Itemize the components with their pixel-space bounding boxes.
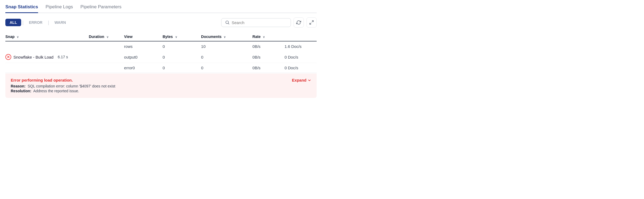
col-header-documents[interactable]: Documents ∨: [201, 32, 253, 41]
snap-name-cell: ✕ Snowflake - Bulk Load 6.17 s: [5, 51, 89, 63]
tab-pipeline-parameters[interactable]: Pipeline Parameters: [80, 4, 121, 13]
svg-line-1: [228, 23, 229, 24]
documents-cell-rows: 10: [201, 41, 253, 51]
bytes-cell-error0: 0: [162, 63, 201, 73]
bytes-cell-rows: 0: [162, 41, 201, 51]
error-reason: Reason: SQL compilation error: column '$…: [11, 84, 311, 88]
expand-button[interactable]: Expand: [292, 78, 311, 82]
error-resolution-text: Address the reported issue.: [33, 89, 79, 93]
rate-cell-rows: 0B/s: [253, 41, 285, 51]
filter-error-button[interactable]: ERROR: [25, 19, 47, 26]
filter-right-controls: [221, 17, 317, 28]
rate-cell-error0: 0B/s: [253, 63, 285, 73]
col-header-snap[interactable]: Snap ∨: [5, 32, 89, 41]
view-cell-rows: rows: [124, 41, 163, 51]
duration-cell-empty: [89, 41, 124, 51]
svg-line-2: [312, 21, 313, 22]
expand-arrows-icon: [309, 20, 314, 25]
duration-cell: [89, 51, 124, 63]
search-icon: [225, 20, 230, 25]
tab-bar: Snap Statistics Pipeline Logs Pipeline P…: [5, 4, 317, 13]
expand-chevron-icon: [308, 78, 311, 82]
filter-divider-1: |: [22, 20, 24, 25]
documents-cell-error0: 0: [201, 63, 253, 73]
rate2-cell-error0: 0 Doc/s: [284, 63, 317, 73]
rate-sort-arrow: ∨: [263, 35, 265, 39]
stats-table: Snap ∨ Duration ∨ View Bytes ∨ Documents…: [5, 32, 317, 73]
snap-sort-arrow: ∨: [17, 35, 19, 39]
search-box: [221, 18, 291, 27]
filter-warn-button[interactable]: WARN: [50, 19, 70, 26]
error-resolution-label: Resolution:: [11, 89, 31, 93]
error-reason-text: SQL compilation error: column '$4097' do…: [28, 84, 115, 88]
table-body: rows 0 10 0B/s 1.6 Doc/s ✕: [5, 41, 317, 73]
col-header-view: View: [124, 32, 163, 41]
table-row: rows 0 10 0B/s 1.6 Doc/s: [5, 41, 317, 51]
error-title: Error performing load operation.: [11, 78, 311, 82]
col-header-rate[interactable]: Rate ∨: [253, 32, 285, 41]
duration-sort-arrow: ∨: [106, 35, 109, 39]
search-input[interactable]: [232, 20, 287, 25]
refresh-icon: [296, 20, 301, 25]
snap-cell-empty: [5, 41, 89, 51]
bytes-cell-output0: 0: [162, 51, 201, 63]
filter-all-button[interactable]: ALL: [5, 19, 21, 26]
table-header: Snap ∨ Duration ∨ View Bytes ∨ Documents…: [5, 32, 317, 41]
filter-bar: ALL | ERROR | WARN: [5, 17, 317, 28]
rate2-cell-rows: 1.6 Doc/s: [284, 41, 317, 51]
filter-group: ALL | ERROR | WARN: [5, 19, 70, 26]
documents-sort-arrow: ∨: [224, 35, 226, 39]
table-row: ✕ Snowflake - Bulk Load 6.17 s output0 0…: [5, 51, 317, 63]
col-header-rate2: [284, 32, 317, 41]
view-cell-error0: error0: [124, 63, 163, 73]
rate-cell-output0: 0B/s: [253, 51, 285, 63]
expand-label: Expand: [292, 78, 306, 82]
col-header-duration[interactable]: Duration ∨: [89, 32, 124, 41]
view-cell-output0: output0: [124, 51, 163, 63]
tab-pipeline-logs[interactable]: Pipeline Logs: [46, 4, 73, 13]
error-panel: Error performing load operation. Reason:…: [5, 74, 317, 98]
rate2-cell-output0: 0 Doc/s: [284, 51, 317, 63]
snap-cell-error0-empty: [5, 63, 89, 73]
expand-arrows-button[interactable]: [306, 17, 317, 28]
error-status-icon: ✕: [5, 54, 11, 60]
documents-cell-output0: 0: [201, 51, 253, 63]
table-row: error0 0 0 0B/s 0 Doc/s: [5, 63, 317, 73]
bytes-sort-arrow: ∨: [175, 35, 177, 39]
col-header-bytes[interactable]: Bytes ∨: [162, 32, 201, 41]
error-resolution: Resolution: Address the reported issue.: [11, 89, 311, 93]
snap-cell: ✕ Snowflake - Bulk Load 6.17 s: [5, 54, 86, 60]
error-reason-label: Reason:: [11, 84, 25, 88]
refresh-button[interactable]: [294, 17, 304, 28]
duration-cell-error0-empty: [89, 63, 124, 73]
filter-divider-2: |: [48, 20, 49, 25]
tab-snap-statistics[interactable]: Snap Statistics: [5, 4, 38, 13]
svg-line-3: [310, 23, 311, 24]
